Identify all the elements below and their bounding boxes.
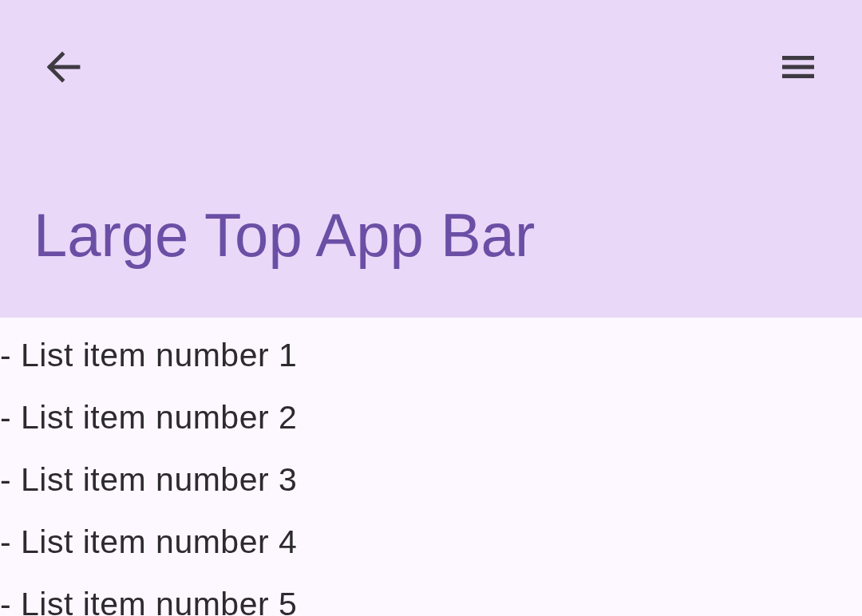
- arrow-back-icon: [45, 48, 83, 86]
- svg-rect-3: [782, 74, 814, 78]
- appbar-title: Large Top App Bar: [34, 200, 535, 270]
- content-list[interactable]: - List item number 1 - List item number …: [0, 318, 862, 616]
- list-item: - List item number 3: [0, 448, 862, 511]
- large-top-app-bar: Large Top App Bar: [0, 0, 862, 318]
- menu-button[interactable]: [773, 41, 824, 93]
- list-item: - List item number 4: [0, 511, 862, 573]
- menu-icon: [779, 48, 817, 86]
- appbar-top-row: [0, 0, 862, 134]
- list-item: - List item number 5: [0, 573, 862, 616]
- back-button[interactable]: [38, 41, 89, 93]
- svg-rect-1: [782, 56, 814, 60]
- list-item: - List item number 2: [0, 386, 862, 448]
- list-item: - List item number 1: [0, 324, 862, 386]
- svg-rect-2: [782, 65, 814, 69]
